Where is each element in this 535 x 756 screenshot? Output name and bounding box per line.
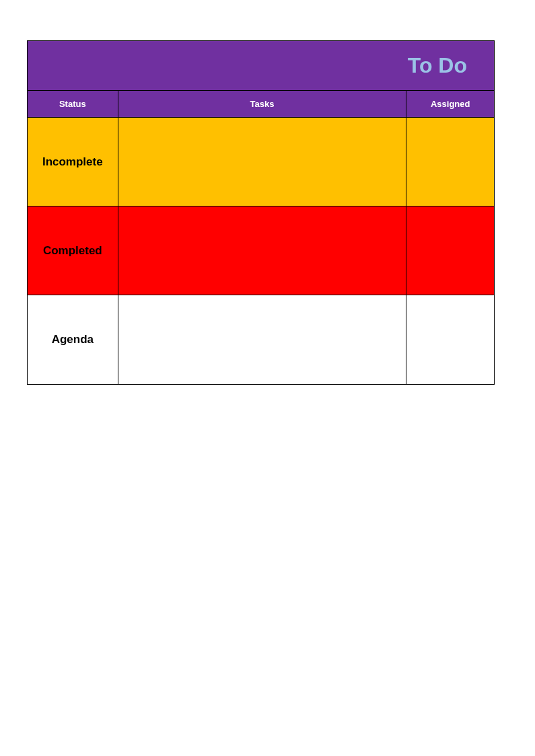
cell-tasks — [118, 295, 407, 384]
todo-table: To Do Status Tasks Assigned Incomplete C… — [27, 40, 495, 385]
table-row: Incomplete — [28, 118, 494, 206]
table-header-row: Status Tasks Assigned — [28, 91, 494, 118]
cell-tasks — [118, 118, 407, 206]
cell-status: Completed — [28, 206, 118, 295]
cell-tasks — [118, 206, 407, 295]
header-assigned: Assigned — [406, 91, 494, 117]
header-status: Status — [28, 91, 118, 117]
cell-status: Incomplete — [28, 118, 118, 206]
cell-status: Agenda — [28, 295, 118, 384]
cell-assigned — [406, 295, 494, 384]
table-row: Completed — [28, 206, 494, 295]
header-tasks: Tasks — [118, 91, 407, 117]
table-title: To Do — [28, 41, 494, 91]
table-row: Agenda — [28, 295, 494, 384]
cell-assigned — [406, 206, 494, 295]
cell-assigned — [406, 118, 494, 206]
